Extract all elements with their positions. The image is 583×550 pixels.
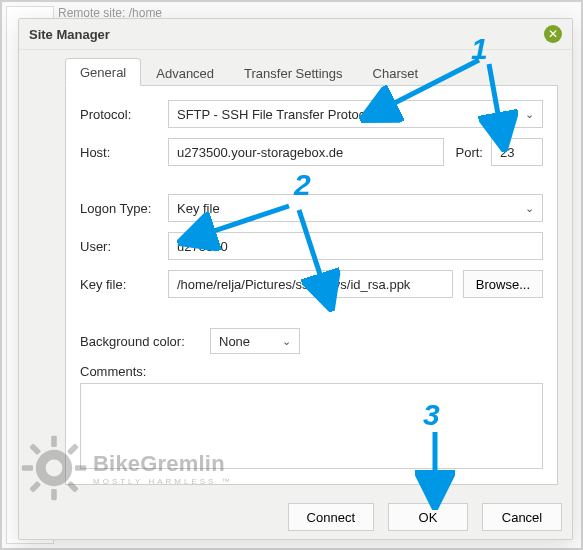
cancel-button[interactable]: Cancel: [482, 503, 562, 531]
keyfile-label: Key file:: [80, 277, 168, 292]
dialog-title: Site Manager: [29, 27, 110, 42]
comments-textarea[interactable]: [80, 383, 543, 469]
background-color-select[interactable]: None ⌄: [210, 328, 300, 354]
logon-type-label: Logon Type:: [80, 201, 168, 216]
port-input[interactable]: [491, 138, 543, 166]
close-icon: ✕: [548, 28, 558, 40]
port-label: Port:: [456, 145, 483, 160]
background-color-value: None: [219, 334, 250, 349]
host-label: Host:: [80, 145, 168, 160]
host-input[interactable]: [168, 138, 444, 166]
user-input[interactable]: [168, 232, 543, 260]
chevron-down-icon: ⌄: [525, 202, 534, 215]
browse-button[interactable]: Browse...: [463, 270, 543, 298]
chevron-down-icon: ⌄: [525, 108, 534, 121]
protocol-select[interactable]: SFTP - SSH File Transfer Protocol ⌄: [168, 100, 543, 128]
tab-general[interactable]: General: [65, 58, 141, 86]
tab-charset[interactable]: Charset: [358, 59, 434, 86]
protocol-value: SFTP - SSH File Transfer Protocol: [177, 107, 375, 122]
connect-button[interactable]: Connect: [288, 503, 374, 531]
background-color-label: Background color:: [80, 334, 210, 349]
logon-type-value: Key file: [177, 201, 220, 216]
dialog-footer: Connect OK Cancel: [19, 495, 572, 541]
tab-advanced[interactable]: Advanced: [141, 59, 229, 86]
protocol-label: Protocol:: [80, 107, 168, 122]
close-button[interactable]: ✕: [544, 25, 562, 43]
chevron-down-icon: ⌄: [282, 335, 291, 348]
comments-label: Comments:: [80, 364, 543, 379]
user-label: User:: [80, 239, 168, 254]
tabstrip: General Advanced Transfer Settings Chars…: [65, 58, 558, 86]
keyfile-input[interactable]: [168, 270, 453, 298]
tabcontent-general: Protocol: SFTP - SSH File Transfer Proto…: [65, 86, 558, 485]
tab-transfer-settings[interactable]: Transfer Settings: [229, 59, 358, 86]
ok-button[interactable]: OK: [388, 503, 468, 531]
site-manager-dialog: Site Manager ✕ General Advanced Transfer…: [18, 18, 573, 540]
logon-type-select[interactable]: Key file ⌄: [168, 194, 543, 222]
dialog-titlebar: Site Manager ✕: [19, 19, 572, 50]
